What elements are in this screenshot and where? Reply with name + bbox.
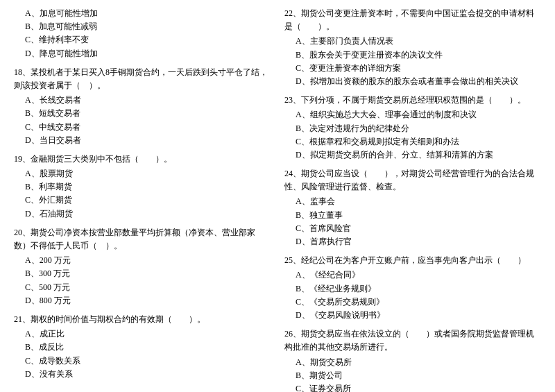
question-block-24: 24、期货公司应当设（ ），对期货公司经营管理行为的合法合规性、风险管理进行监督… <box>284 167 541 248</box>
q24-option-b: B、独立董事 <box>284 209 541 222</box>
question-25-title: 25、经纪公司在为客户开立账户前，应当事先向客户出示（ ） <box>284 254 541 267</box>
q18-option-a: A、长线交易者 <box>14 94 271 107</box>
q22-option-d: D、拟增加出资额的股东的股东会或者董事会做出的相关决议 <box>284 75 541 88</box>
question-block-20: 20、期货公司净资本按营业部数量平均折算额（净资本、营业部家数）不得低于人民币（… <box>14 226 271 307</box>
q22-option-a: A、主要部门负责人情况表 <box>284 35 541 48</box>
question-21-title: 21、期权的时间价值与期权合约的有效期（ ）。 <box>14 313 271 326</box>
question-20-title: 20、期货公司净资本按营业部数量平均折算额（净资本、营业部家数）不得低于人民币（… <box>14 226 271 253</box>
q21-option-c: C、成导数关系 <box>14 355 271 368</box>
left-column: A、加息可能性增加 B、加息可能性减弱 C、维持利率不变 D、降息可能性增加 1… <box>14 7 271 392</box>
q21-option-a: A、成正比 <box>14 327 271 341</box>
q24-option-d: D、首席执行官 <box>284 235 541 248</box>
q25-option-b: B、《经纪业务规则》 <box>284 282 541 296</box>
q18-option-c: C、中线交易者 <box>14 121 271 134</box>
question-block-25: 25、经纪公司在为客户开立账户前，应当事先向客户出示（ ） A、《经纪合同》 B… <box>284 254 541 322</box>
question-19-title: 19、金融期货三大类别中不包括（ ）。 <box>14 153 271 166</box>
question-block-22: 22、期货公司变更注册资本时，不需要向中国证监会提交的申请材料是（ ）。 A、主… <box>284 7 541 88</box>
option-b: B、加息可能性减弱 <box>14 20 271 33</box>
question-block-18: 18、某投机者于某日买入8手铜期货合约，一天后跌到头寸平仓了结，则该投资者属于（… <box>14 66 271 147</box>
q22-option-b: B、股东会关于变更注册资本的决议文件 <box>284 49 541 62</box>
right-column: 22、期货公司变更注册资本时，不需要向中国证监会提交的申请材料是（ ）。 A、主… <box>284 7 541 392</box>
q20-option-c: C、500 万元 <box>14 281 271 294</box>
page-container: A、加息可能性增加 B、加息可能性减弱 C、维持利率不变 D、降息可能性增加 1… <box>14 7 541 392</box>
question-23-title: 23、下列分项，不属于期货交易所总经理职权范围的是（ ）。 <box>284 94 541 107</box>
q25-option-c: C、《交易所交易规则》 <box>284 296 541 309</box>
question-24-title: 24、期货公司应当设（ ），对期货公司经营管理行为的合法合规性、风险管理进行监督… <box>284 167 541 194</box>
q18-option-d: D、当日交易者 <box>14 134 271 147</box>
option-d: D、降息可能性增加 <box>14 47 271 60</box>
q25-option-d: D、《交易风险说明书》 <box>284 309 541 322</box>
question-18-title: 18、某投机者于某日买入8手铜期货合约，一天后跌到头寸平仓了结，则该投资者属于（… <box>14 66 271 92</box>
q24-option-a: A、监事会 <box>284 195 541 208</box>
question-block-23: 23、下列分项，不属于期货交易所总经理职权范围的是（ ）。 A、组织实施总大大会… <box>284 94 541 162</box>
q26-option-c: C、证券交易所 <box>284 382 541 392</box>
q18-option-b: B、短线交易者 <box>14 107 271 120</box>
q19-option-d: D、石油期货 <box>14 207 271 221</box>
q22-option-c: C、变更注册资本的详细方案 <box>284 62 541 75</box>
question-block-a-options: A、加息可能性增加 B、加息可能性减弱 C、维持利率不变 D、降息可能性增加 <box>14 7 271 60</box>
question-block-26: 26、期货交易应当在依法设立的（ ）或者国务院期货监督管理机构批准的其他交易场所… <box>284 327 541 392</box>
question-block-19: 19、金融期货三大类别中不包括（ ）。 A、股票期货 B、利率期货 C、外汇期货… <box>14 153 271 221</box>
q23-option-b: B、决定对违规行为的纪律处分 <box>284 122 541 135</box>
q19-option-c: C、外汇期货 <box>14 194 271 207</box>
q23-option-a: A、组织实施总大大会、理事会通过的制度和决议 <box>284 108 541 121</box>
option-c: C、维持利率不变 <box>14 33 271 46</box>
q21-option-d: D、没有关系 <box>14 368 271 381</box>
q24-option-c: C、首席风险官 <box>284 222 541 235</box>
q19-option-a: A、股票期货 <box>14 167 271 180</box>
question-26-title: 26、期货交易应当在依法设立的（ ）或者国务院期货监督管理机构批准的其他交易场所… <box>284 327 541 354</box>
q23-option-c: C、根据章程和交易规则拟定有关细则和办法 <box>284 135 541 148</box>
q26-option-a: A、期货交易所 <box>284 356 541 369</box>
question-block-21: 21、期权的时间价值与期权合约的有效期（ ）。 A、成正比 B、成反比 C、成导… <box>14 313 271 381</box>
q23-option-d: D、拟定期货交易所的合并、分立、结算和清算的方案 <box>284 148 541 162</box>
q21-option-b: B、成反比 <box>14 341 271 354</box>
q20-option-b: B、300 万元 <box>14 267 271 280</box>
question-22-title: 22、期货公司变更注册资本时，不需要向中国证监会提交的申请材料是（ ）。 <box>284 7 541 33</box>
q19-option-b: B、利率期货 <box>14 180 271 194</box>
q26-option-b: B、期货公司 <box>284 369 541 382</box>
columns-layout: A、加息可能性增加 B、加息可能性减弱 C、维持利率不变 D、降息可能性增加 1… <box>14 7 541 392</box>
option-a: A、加息可能性增加 <box>14 7 271 20</box>
q20-option-d: D、800 万元 <box>14 294 271 307</box>
q20-option-a: A、200 万元 <box>14 254 271 267</box>
q25-option-a: A、《经纪合同》 <box>284 269 541 282</box>
